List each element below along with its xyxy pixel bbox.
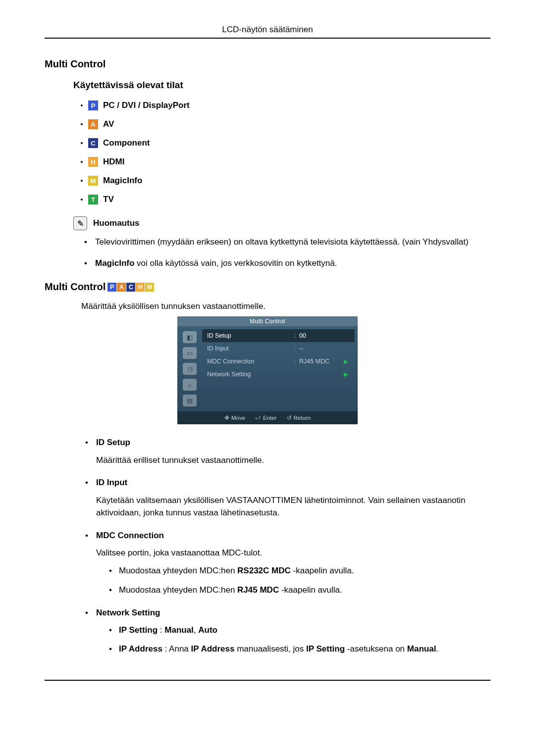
mode-icon-a: A [88,119,98,129]
mode-label: AV [103,119,114,129]
note-icon: ✎ [73,216,87,230]
bullet-icon: • [80,139,83,147]
mode-icon-h: H [136,283,145,292]
osd-side-icon-screen: ▭ [183,347,197,359]
section-description: Määrittää yksilöllisen tunnuksen vastaan… [81,302,490,311]
mode-label: MagicInfo [103,176,142,186]
page-header: LCD-näytön säätäminen [45,25,490,35]
def-mdc-connection: MDC Connection Valitsee portin, joka vas… [81,529,490,597]
osd-side-icon-multi: ▤ [183,395,197,406]
note-item-tv-tuner: Televiovirittimen (myydään erikseen) on … [80,236,490,249]
osd-sidebar: ◧ ▭ ◷ ☼ ▤ [177,326,202,411]
enter-icon: ⮐ [255,415,261,421]
mode-item-tv: • T TV [80,195,490,204]
divider-top [45,38,490,39]
mode-label: HDMI [103,157,124,167]
note-list: Televiovirittimen (myydään erikseen) on … [80,236,490,269]
osd-row-mdc-connection[interactable]: MDC Connection : RJ45 MDC ▶ [202,355,355,368]
network-sub-list: IP Setting : Manual, Auto IP Address : A… [105,624,490,655]
mode-icon-m: M [88,176,98,186]
def-id-input: ID Input Käytetään valitsemaan yksilölli… [81,476,490,519]
osd-rows: ID Setup : 00 ID Input : -- MDC Connecti… [202,326,358,411]
return-icon: ↺ [287,414,292,421]
mode-icon-p: P [107,283,116,292]
applicable-modes-icons: P A C H M [107,283,154,292]
mode-item-magicinfo: • M MagicInfo [80,176,490,186]
mode-label: Component [103,138,150,148]
modes-list: • P PC / DVI / DisplayPort • A AV • C Co… [80,101,490,204]
mode-item-component: • C Component [80,138,490,148]
osd-side-icon-setting: ☼ [183,379,197,391]
section-heading-multi-control: Multi Control [45,58,490,70]
definitions-list: ID Setup Määrittää erilliset tunnukset v… [81,436,490,655]
mode-icon-c: C [126,283,135,292]
note-label: Huomautus [93,218,140,228]
def-id-setup: ID Setup Määrittää erilliset tunnukset v… [81,436,490,466]
bullet-icon: • [80,120,83,128]
osd-side-icon-time: ◷ [183,363,197,375]
mode-item-av: • A AV [80,119,490,129]
mode-icon-m: M [145,283,154,292]
bullet-icon: • [80,196,83,203]
divider-bottom [45,680,490,681]
bullet-icon: • [80,101,83,109]
mode-icon-c: C [88,138,98,148]
osd-title: Multi Control [177,316,358,326]
osd-row-id-input[interactable]: ID Input : -- [202,342,355,355]
mdc-sub-rs232c: Muodostaa yhteyden MDC:hen RS232C MDC -k… [105,564,490,577]
bullet-icon: • [80,158,83,166]
def-network-setting: Network Setting IP Setting : Manual, Aut… [81,606,490,655]
mode-icon-p: P [88,101,98,110]
arrow-right-icon: ▶ [344,371,350,378]
osd-panel: Multi Control ◧ ▭ ◷ ☼ ▤ ID Setup : 00 [177,316,358,424]
bullet-icon: • [80,177,83,185]
mode-icon-t: T [88,195,98,204]
mode-icon-a: A [117,283,126,292]
mdc-sub-rj45: Muodostaa yhteyden MDC:hen RJ45 MDC -kaa… [105,584,490,597]
section-heading-multi-control-2: Multi Control [45,281,106,293]
arrow-right-icon: ▶ [344,358,350,365]
mdc-sub-list: Muodostaa yhteyden MDC:hen RS232C MDC -k… [105,564,490,597]
network-sub-ip-setting: IP Setting : Manual, Auto [105,624,490,637]
move-icon: ✥ [224,414,229,421]
osd-row-id-setup[interactable]: ID Setup : 00 [202,329,355,342]
osd-footer: ✥Move ⮐Enter ↺Return [177,411,358,424]
mode-icon-h: H [88,157,98,167]
note-item-magicinfo: MagicInfo voi olla käytössä vain, jos ve… [80,257,490,270]
osd-side-icon-picture: ◧ [183,331,197,343]
osd-row-network-setting[interactable]: Network Setting ▶ [202,368,355,381]
network-sub-ip-address: IP Address : Anna IP Address manuaalises… [105,643,490,655]
mode-item-hdmi: • H HDMI [80,157,490,167]
mode-item-pc: • P PC / DVI / DisplayPort [80,101,490,110]
subheading-modes: Käytettävissä olevat tilat [73,80,490,91]
mode-label: TV [103,195,114,204]
mode-label: PC / DVI / DisplayPort [103,101,190,110]
